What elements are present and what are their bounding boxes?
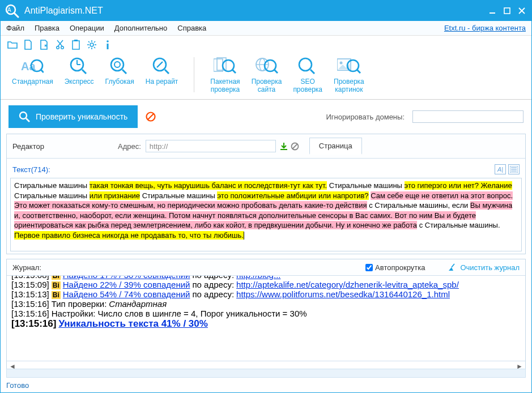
text-count-label: Текст(714): — [12, 165, 50, 174]
clear-journal-label: Очистить журнал — [460, 263, 520, 272]
progress-bar — [6, 369, 526, 378]
text-editor[interactable]: Стиральные машины такая тонкая вещь, чут… — [10, 178, 522, 251]
svg-point-52 — [20, 112, 27, 119]
menu-help[interactable]: Справка — [177, 24, 206, 32]
svg-rect-37 — [214, 59, 223, 71]
mode-standard-label: Стандартная — [12, 78, 53, 86]
check-btn-label: Проверить уникальность — [36, 112, 127, 121]
svg-rect-4 — [504, 8, 510, 14]
menu-file[interactable]: Файл — [6, 24, 24, 32]
svg-rect-23 — [107, 44, 109, 49]
svg-line-40 — [232, 70, 236, 73]
mode-standard[interactable]: Aa Стандартная — [6, 55, 59, 95]
paste-icon[interactable] — [71, 40, 81, 50]
status-text: Готово — [1, 380, 531, 393]
svg-line-26 — [41, 70, 44, 72]
svg-line-55 — [148, 114, 154, 119]
cut-icon[interactable] — [55, 40, 65, 50]
mode-rewrite[interactable]: На рерайт — [140, 55, 184, 95]
svg-line-1 — [14, 13, 18, 17]
image-label: Проверка картинок — [334, 78, 364, 93]
close-button[interactable] — [516, 5, 528, 17]
site-label: Проверка сайта — [252, 78, 282, 93]
minimize-button[interactable] — [486, 5, 499, 17]
journal-body: [13:15:08] Bi Найдено 17% / 30% совпаден… — [7, 276, 525, 361]
info-icon[interactable] — [103, 40, 113, 50]
icon-toolbar — [1, 36, 531, 52]
ignore-domains-input[interactable] — [412, 110, 524, 123]
svg-line-35 — [157, 62, 163, 67]
titlebar: A AntiPlagiarism.NET — [1, 1, 531, 21]
menubar: Файл Правка Операции Дополнительно Справ… — [1, 21, 531, 36]
mode-express-label: Экспресс — [65, 78, 94, 86]
seo-icon — [297, 56, 318, 76]
svg-point-22 — [107, 40, 109, 42]
batch-check[interactable]: Пакетная проверка — [205, 55, 245, 95]
app-logo-icon: A — [4, 3, 20, 19]
deep-icon — [109, 56, 130, 76]
svg-point-46 — [299, 58, 312, 71]
download-icon[interactable] — [279, 142, 288, 151]
layout-mode-icon[interactable] — [508, 164, 520, 174]
address-input[interactable] — [146, 140, 276, 152]
autoscroll-input[interactable] — [365, 264, 373, 271]
mode-express[interactable]: Экспресс — [59, 55, 100, 95]
seo-label: SEO проверка — [293, 78, 322, 93]
autoscroll-checkbox[interactable]: Автопрокрутка — [365, 263, 425, 272]
standard-icon: Aa — [21, 56, 44, 76]
address-label: Адрес: — [118, 142, 141, 151]
editor-title: Редактор — [12, 142, 44, 151]
svg-line-63 — [452, 264, 454, 267]
svg-point-8 — [61, 46, 64, 49]
svg-line-51 — [357, 70, 360, 73]
action-bar: Проверить уникальность Игнорировать доме… — [1, 100, 531, 134]
svg-line-58 — [292, 144, 297, 149]
page-tab[interactable]: Страница — [309, 138, 362, 155]
mode-deep[interactable]: Глубокая — [100, 55, 140, 95]
menu-edit[interactable]: Правка — [35, 24, 59, 32]
maximize-button[interactable] — [501, 5, 513, 17]
settings-icon[interactable] — [87, 40, 97, 50]
image-check[interactable]: Проверка картинок — [328, 55, 370, 95]
svg-line-19 — [94, 47, 95, 48]
broom-icon — [448, 263, 457, 272]
stop-icon[interactable] — [146, 112, 156, 122]
search-icon — [19, 111, 30, 122]
svg-line-9 — [58, 40, 63, 46]
svg-point-49 — [339, 62, 342, 65]
autoscroll-label: Автопрокрутка — [375, 263, 425, 272]
svg-rect-11 — [73, 41, 79, 49]
ribbon: Aa Стандартная Экспресс Глубокая На рера… — [1, 52, 531, 100]
svg-point-7 — [57, 46, 59, 49]
open-folder-icon[interactable] — [7, 40, 18, 50]
check-uniqueness-button[interactable]: Проверить уникальность — [8, 105, 138, 128]
font-mode-icon[interactable]: A| — [495, 164, 506, 174]
svg-line-30 — [82, 70, 86, 74]
etxt-link[interactable]: Etxt.ru - биржа контента — [444, 24, 526, 32]
ignore-domains-label: Игнорировать домены: — [326, 113, 405, 121]
journal-title: Журнал: — [12, 263, 41, 272]
svg-line-53 — [26, 118, 29, 122]
save-icon[interactable] — [39, 40, 49, 50]
menu-operations[interactable]: Операции — [70, 24, 104, 32]
svg-rect-12 — [74, 40, 78, 41]
mode-deep-label: Глубокая — [105, 78, 134, 86]
express-icon — [69, 56, 90, 76]
svg-rect-3 — [490, 12, 495, 14]
rewrite-icon — [152, 56, 172, 76]
seo-check[interactable]: SEO проверка — [287, 55, 328, 95]
svg-line-18 — [88, 41, 90, 42]
app-title: AntiPlagiarism.NET — [24, 6, 486, 16]
batch-label: Пакетная проверка — [210, 78, 240, 93]
menu-additional[interactable]: Дополнительно — [114, 24, 168, 32]
image-icon — [337, 56, 361, 76]
site-check[interactable]: Проверка сайта — [246, 55, 288, 95]
svg-point-31 — [111, 58, 124, 71]
mode-rewrite-label: На рерайт — [146, 78, 178, 86]
svg-point-13 — [90, 43, 93, 46]
new-doc-icon[interactable] — [23, 40, 33, 50]
block-icon[interactable] — [291, 142, 299, 151]
svg-line-21 — [88, 47, 90, 48]
status-bar: Готово — [1, 369, 531, 393]
clear-journal-button[interactable]: Очистить журнал — [448, 263, 520, 272]
